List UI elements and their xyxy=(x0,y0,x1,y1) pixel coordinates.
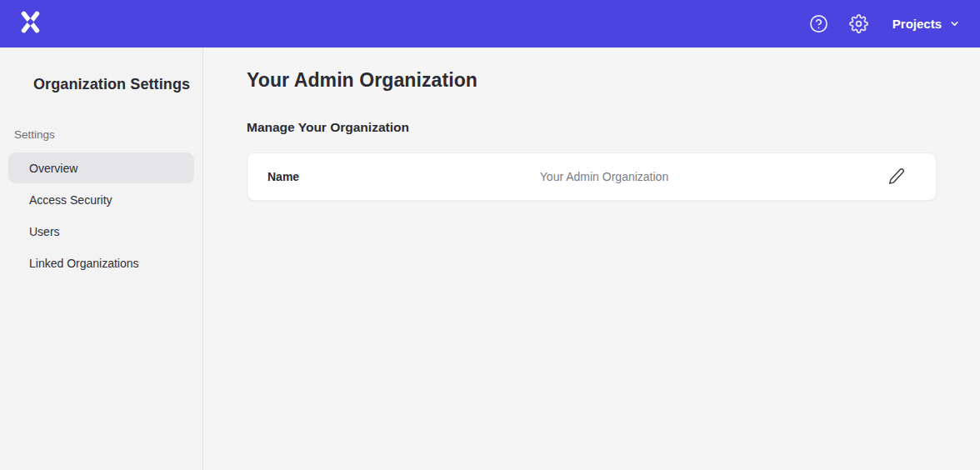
edit-name-button[interactable] xyxy=(882,162,911,191)
projects-dropdown[interactable]: Projects xyxy=(892,17,960,32)
sidebar-item-label: Linked Organizations xyxy=(29,257,139,270)
name-field-label: Name xyxy=(268,170,326,183)
help-circle-icon xyxy=(809,14,828,33)
sidebar-item-users[interactable]: Users xyxy=(8,216,194,247)
sidebar: Organization Settings Settings Overview … xyxy=(0,48,203,470)
page-body: Organization Settings Settings Overview … xyxy=(0,48,980,470)
sidebar-item-label: Overview xyxy=(29,162,78,175)
sidebar-title: Organization Settings xyxy=(0,76,202,93)
name-field-card: Name Your Admin Organization xyxy=(247,152,937,201)
sidebar-item-overview[interactable]: Overview xyxy=(8,152,194,183)
projects-dropdown-label: Projects xyxy=(892,17,942,31)
brand-logo[interactable] xyxy=(17,11,43,38)
sidebar-item-label: Users xyxy=(29,225,60,238)
chevron-down-icon xyxy=(949,17,960,32)
sidebar-nav: Overview Access Security Users Linked Or… xyxy=(0,152,202,278)
settings-button[interactable] xyxy=(844,9,874,39)
x-brand-logo-icon xyxy=(19,11,42,37)
gear-icon xyxy=(849,14,868,33)
pencil-edit-icon xyxy=(888,168,905,187)
topbar: Projects xyxy=(0,0,980,48)
sidebar-item-access-security[interactable]: Access Security xyxy=(8,184,194,215)
page-title: Your Admin Organization xyxy=(247,69,937,92)
sidebar-item-label: Access Security xyxy=(29,193,112,207)
help-button[interactable] xyxy=(804,9,834,39)
name-field-value: Your Admin Organization xyxy=(326,170,882,183)
section-title: Manage Your Organization xyxy=(247,120,937,135)
sidebar-item-linked-organizations[interactable]: Linked Organizations xyxy=(8,248,194,278)
main-content: Your Admin Organization Manage Your Orga… xyxy=(203,48,980,470)
sidebar-section-label: Settings xyxy=(0,128,202,141)
